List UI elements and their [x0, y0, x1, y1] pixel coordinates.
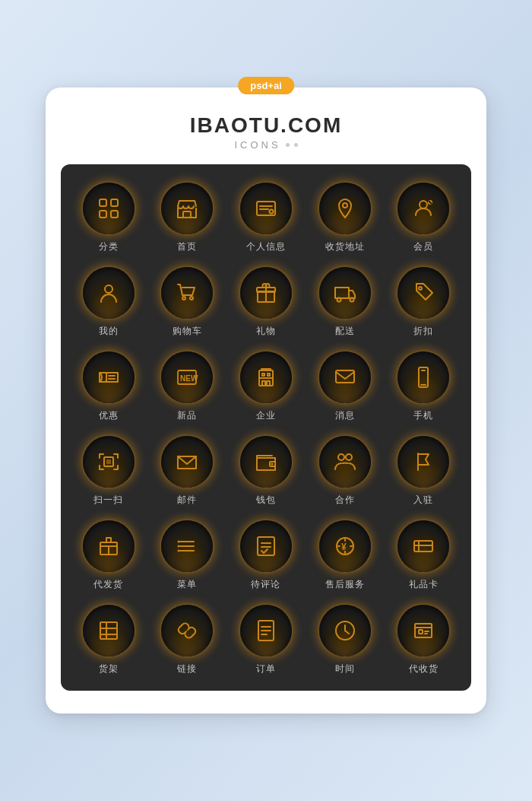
- format-badge: psd+ai: [238, 77, 294, 94]
- icon-label-daipinglun: 待评论: [251, 578, 280, 591]
- icon-item-daipinglun[interactable]: 待评论: [230, 520, 302, 591]
- svg-text:NEW: NEW: [180, 374, 198, 383]
- icon-label-xiaoxi: 消息: [335, 409, 355, 422]
- svg-rect-36: [106, 459, 111, 464]
- svg-rect-30: [268, 373, 270, 376]
- svg-rect-4: [183, 211, 191, 218]
- icon-label-caidan: 菜单: [177, 578, 197, 591]
- icon-item-qianbao[interactable]: 钱包: [230, 436, 302, 507]
- icon-label-saoyisao: 扫一扫: [93, 494, 123, 507]
- icon-circle-daishouhuo: [397, 605, 449, 656]
- icon-item-shouji[interactable]: 手机: [388, 351, 459, 422]
- icon-label-lipinka: 礼品卡: [409, 578, 439, 591]
- icon-item-shouye[interactable]: 首页: [152, 183, 223, 253]
- icon-item-huiyuan[interactable]: 会员: [388, 183, 459, 253]
- icon-label-hezuo: 合作: [335, 494, 355, 507]
- svg-point-9: [343, 203, 347, 208]
- icon-item-lipinka[interactable]: 礼品卡: [388, 520, 459, 591]
- icon-circle-peisong: [319, 267, 371, 319]
- icon-label-huiyuan: 会员: [413, 240, 433, 253]
- svg-point-39: [338, 454, 344, 460]
- icon-label-liwu: 礼物: [256, 325, 276, 338]
- icon-item-caidan[interactable]: 菜单: [152, 520, 223, 591]
- icon-circle-shijian: [319, 605, 371, 656]
- svg-rect-70: [419, 630, 423, 634]
- site-title: IBAOTU.COM: [61, 113, 471, 138]
- icon-item-liwu[interactable]: 礼物: [230, 267, 302, 338]
- icon-item-zhekou[interactable]: 折扣: [388, 267, 459, 338]
- icon-circle-lianjie: [161, 605, 213, 656]
- icon-item-shijian[interactable]: 时间: [309, 605, 381, 675]
- icon-label-qiye: 企业: [256, 409, 276, 422]
- icon-label-huojia: 货架: [99, 663, 119, 675]
- icon-item-lianjie[interactable]: 链接: [152, 605, 223, 675]
- subtitle: ICONS: [61, 139, 471, 151]
- icon-circle-huiyuan: [397, 183, 449, 234]
- svg-rect-31: [336, 370, 354, 383]
- icon-circle-dingdan: [240, 605, 292, 656]
- icon-item-hezuo[interactable]: 合作: [309, 436, 381, 507]
- icon-label-shijian: 时间: [335, 663, 355, 675]
- icon-circle-shouye: [161, 183, 213, 234]
- icon-circle-caidan: [161, 520, 213, 572]
- svg-rect-3: [111, 211, 118, 218]
- icon-label-peisong: 配送: [335, 325, 355, 338]
- svg-rect-0: [100, 199, 106, 206]
- icon-circle-hezuo: [319, 436, 371, 488]
- svg-rect-1: [111, 199, 118, 206]
- icon-circle-shouhoufuwu: ¥: [319, 520, 371, 572]
- icon-circle-xinpin: NEW: [161, 351, 213, 403]
- svg-point-14: [182, 297, 185, 300]
- svg-point-40: [346, 454, 352, 460]
- icon-item-youhui[interactable]: 优惠: [73, 351, 144, 422]
- icon-label-shouhoufuwu: 售后服务: [325, 578, 365, 591]
- icon-grid: 分类 首页 个人信息 收货地址 会员 我的 购物车 礼物 配送: [73, 183, 459, 675]
- icon-item-shouhuodizhi[interactable]: 收货地址: [309, 183, 381, 253]
- icon-item-peisong[interactable]: 配送: [309, 267, 381, 338]
- icon-label-ruzhu: 入驻: [413, 494, 433, 507]
- svg-rect-27: [262, 381, 265, 386]
- icon-item-youjian[interactable]: 邮件: [152, 436, 223, 507]
- svg-point-20: [350, 298, 353, 302]
- icon-circle-zhekou: [397, 267, 449, 319]
- icon-label-lianjie: 链接: [177, 663, 197, 675]
- icon-item-xiaoxi[interactable]: 消息: [309, 351, 381, 422]
- icon-item-daifahuo[interactable]: 代发货: [73, 520, 144, 591]
- icon-circle-youjian: [161, 436, 213, 488]
- main-card: psd+ai IBAOTU.COM ICONS 分类 首页 个人信息 收货地址 …: [46, 87, 486, 714]
- svg-point-13: [105, 285, 112, 293]
- icon-item-wode[interactable]: 我的: [73, 267, 144, 338]
- icon-label-shouhuodizhi: 收货地址: [325, 240, 365, 253]
- icon-item-qiye[interactable]: 企业: [230, 351, 302, 422]
- icon-circle-daipinglun: [240, 520, 292, 572]
- icon-item-fenlei[interactable]: 分类: [73, 183, 144, 253]
- icon-item-dingdan[interactable]: 订单: [230, 605, 302, 675]
- icon-circle-qianbao: [240, 436, 292, 488]
- icon-label-gouwuche: 购物车: [173, 325, 202, 338]
- icon-label-shouye: 首页: [177, 240, 197, 253]
- svg-point-15: [190, 297, 193, 300]
- svg-rect-2: [100, 211, 106, 218]
- icon-circle-huojia: [83, 605, 135, 656]
- icon-label-qianbao: 钱包: [256, 494, 276, 507]
- icon-item-gerxin[interactable]: 个人信息: [230, 183, 302, 253]
- icon-label-daishouhuo: 代收货: [409, 663, 439, 675]
- icon-item-saoyisao[interactable]: 扫一扫: [73, 436, 144, 507]
- icon-item-xinpin[interactable]: NEW 新品: [152, 351, 223, 422]
- icon-circle-youhui: [83, 351, 135, 403]
- icon-item-ruzhu[interactable]: 入驻: [388, 436, 459, 507]
- icon-label-xinpin: 新品: [177, 409, 197, 422]
- icon-label-zhekou: 折扣: [413, 325, 433, 338]
- icon-label-gerxin: 个人信息: [246, 240, 286, 253]
- icon-circle-gerxin: [240, 183, 292, 234]
- icon-circle-wode: [83, 267, 135, 319]
- svg-rect-58: [100, 622, 117, 639]
- icon-item-gouwuche[interactable]: 购物车: [152, 267, 223, 338]
- icon-item-shouhoufuwu[interactable]: ¥ 售后服务: [309, 520, 381, 591]
- svg-point-19: [337, 298, 340, 302]
- svg-rect-28: [267, 381, 270, 386]
- icon-circle-lipinka: [397, 520, 449, 572]
- icon-item-huojia[interactable]: 货架: [73, 605, 144, 675]
- svg-point-38: [271, 463, 273, 466]
- icon-item-daishouhuo[interactable]: 代收货: [388, 605, 459, 675]
